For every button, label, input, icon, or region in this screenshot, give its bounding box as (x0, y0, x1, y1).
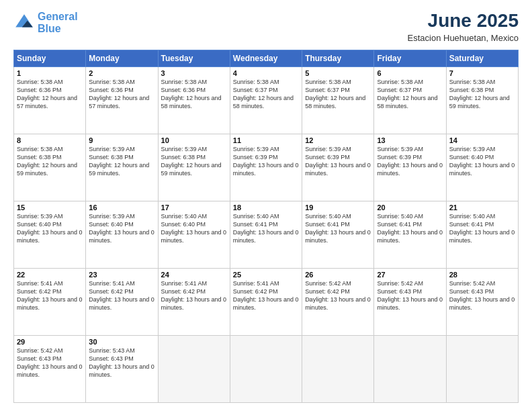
day-info: Sunrise: 5:39 AM Sunset: 6:38 PM Dayligh… (161, 145, 227, 178)
day-number: 17 (161, 203, 227, 212)
day-info: Sunrise: 5:38 AM Sunset: 6:36 PM Dayligh… (161, 78, 227, 111)
day-cell: 19 Sunrise: 5:40 AM Sunset: 6:41 PM Dayl… (302, 201, 374, 268)
logo-text: General Blue (38, 11, 78, 34)
day-cell: 8 Sunrise: 5:38 AM Sunset: 6:38 PM Dayli… (14, 134, 86, 201)
day-number: 12 (305, 136, 371, 144)
day-number: 5 (305, 69, 371, 77)
day-number: 6 (377, 69, 443, 77)
day-cell: 30 Sunrise: 5:43 AM Sunset: 6:43 PM Dayl… (86, 335, 158, 402)
empty-cell (158, 335, 230, 402)
day-cell: 3 Sunrise: 5:38 AM Sunset: 6:36 PM Dayli… (158, 66, 230, 134)
day-cell: 21 Sunrise: 5:40 AM Sunset: 6:41 PM Dayl… (446, 201, 518, 268)
logo-blue: Blue (38, 23, 61, 34)
empty-cell (302, 335, 374, 402)
calendar-body: 1 Sunrise: 5:38 AM Sunset: 6:36 PM Dayli… (14, 66, 519, 402)
day-info: Sunrise: 5:43 AM Sunset: 6:43 PM Dayligh… (89, 347, 154, 379)
day-number: 9 (89, 136, 154, 144)
day-cell: 10 Sunrise: 5:39 AM Sunset: 6:38 PM Dayl… (158, 134, 230, 201)
day-number: 10 (161, 136, 227, 144)
day-number: 4 (233, 69, 299, 77)
calendar-week: 15 Sunrise: 5:39 AM Sunset: 6:40 PM Dayl… (14, 201, 519, 268)
day-number: 26 (305, 271, 371, 279)
day-cell: 6 Sunrise: 5:38 AM Sunset: 6:37 PM Dayli… (374, 66, 446, 134)
day-info: Sunrise: 5:41 AM Sunset: 6:42 PM Dayligh… (17, 279, 83, 312)
page: General Blue June 2025 Estacion Huehueta… (0, 0, 532, 411)
day-number: 13 (377, 136, 443, 144)
day-number: 1 (17, 69, 83, 77)
empty-cell (374, 335, 446, 402)
day-info: Sunrise: 5:38 AM Sunset: 6:37 PM Dayligh… (305, 78, 371, 111)
day-number: 14 (449, 136, 515, 144)
day-cell: 16 Sunrise: 5:39 AM Sunset: 6:40 PM Dayl… (86, 201, 158, 268)
day-number: 2 (89, 69, 154, 77)
header-monday: Monday (86, 50, 158, 66)
day-cell: 15 Sunrise: 5:39 AM Sunset: 6:40 PM Dayl… (14, 201, 86, 268)
day-info: Sunrise: 5:38 AM Sunset: 6:36 PM Dayligh… (17, 78, 83, 111)
day-number: 7 (449, 69, 515, 77)
day-cell: 12 Sunrise: 5:39 AM Sunset: 6:39 PM Dayl… (302, 134, 374, 201)
month-year: June 2025 (408, 11, 519, 32)
day-header-row: Sunday Monday Tuesday Wednesday Thursday… (14, 50, 519, 66)
day-info: Sunrise: 5:40 AM Sunset: 6:41 PM Dayligh… (449, 212, 515, 245)
day-info: Sunrise: 5:40 AM Sunset: 6:41 PM Dayligh… (305, 212, 371, 245)
day-info: Sunrise: 5:40 AM Sunset: 6:41 PM Dayligh… (233, 212, 299, 245)
calendar: Sunday Monday Tuesday Wednesday Thursday… (13, 50, 519, 403)
day-info: Sunrise: 5:41 AM Sunset: 6:42 PM Dayligh… (89, 279, 154, 312)
day-info: Sunrise: 5:40 AM Sunset: 6:41 PM Dayligh… (377, 212, 443, 245)
day-info: Sunrise: 5:38 AM Sunset: 6:37 PM Dayligh… (377, 78, 443, 111)
day-number: 3 (161, 69, 227, 77)
day-number: 24 (161, 271, 227, 279)
day-number: 8 (17, 136, 83, 144)
calendar-week: 1 Sunrise: 5:38 AM Sunset: 6:36 PM Dayli… (14, 66, 519, 134)
calendar-week: 29 Sunrise: 5:42 AM Sunset: 6:43 PM Dayl… (14, 335, 519, 402)
title-block: June 2025 Estacion Huehuetan, Mexico (408, 11, 519, 43)
day-number: 19 (305, 203, 371, 212)
header-friday: Friday (374, 50, 446, 66)
empty-cell (446, 335, 518, 402)
day-number: 29 (17, 338, 83, 346)
logo: General Blue (13, 11, 78, 34)
day-cell: 28 Sunrise: 5:42 AM Sunset: 6:43 PM Dayl… (446, 268, 518, 335)
day-info: Sunrise: 5:41 AM Sunset: 6:42 PM Dayligh… (233, 279, 299, 312)
day-cell: 29 Sunrise: 5:42 AM Sunset: 6:43 PM Dayl… (14, 335, 86, 402)
location: Estacion Huehuetan, Mexico (408, 33, 519, 43)
day-cell: 4 Sunrise: 5:38 AM Sunset: 6:37 PM Dayli… (230, 66, 302, 134)
header-saturday: Saturday (446, 50, 518, 66)
day-info: Sunrise: 5:41 AM Sunset: 6:42 PM Dayligh… (161, 279, 227, 312)
day-number: 15 (17, 203, 83, 212)
day-cell: 26 Sunrise: 5:42 AM Sunset: 6:42 PM Dayl… (302, 268, 374, 335)
day-cell: 1 Sunrise: 5:38 AM Sunset: 6:36 PM Dayli… (14, 66, 86, 134)
day-cell: 9 Sunrise: 5:39 AM Sunset: 6:38 PM Dayli… (86, 134, 158, 201)
day-info: Sunrise: 5:39 AM Sunset: 6:39 PM Dayligh… (305, 145, 371, 178)
day-cell: 7 Sunrise: 5:38 AM Sunset: 6:38 PM Dayli… (446, 66, 518, 134)
day-number: 18 (233, 203, 299, 212)
day-number: 20 (377, 203, 443, 212)
logo-general: General (38, 11, 78, 22)
day-info: Sunrise: 5:38 AM Sunset: 6:38 PM Dayligh… (17, 145, 83, 178)
day-number: 23 (89, 271, 154, 279)
day-info: Sunrise: 5:39 AM Sunset: 6:40 PM Dayligh… (17, 212, 83, 245)
day-number: 16 (89, 203, 154, 212)
day-number: 27 (377, 271, 443, 279)
calendar-header: Sunday Monday Tuesday Wednesday Thursday… (14, 50, 519, 66)
day-cell: 18 Sunrise: 5:40 AM Sunset: 6:41 PM Dayl… (230, 201, 302, 268)
day-number: 30 (89, 338, 154, 346)
day-info: Sunrise: 5:38 AM Sunset: 6:38 PM Dayligh… (449, 78, 515, 111)
day-cell: 2 Sunrise: 5:38 AM Sunset: 6:36 PM Dayli… (86, 66, 158, 134)
header-tuesday: Tuesday (158, 50, 230, 66)
day-number: 22 (17, 271, 83, 279)
day-cell: 22 Sunrise: 5:41 AM Sunset: 6:42 PM Dayl… (14, 268, 86, 335)
day-info: Sunrise: 5:42 AM Sunset: 6:43 PM Dayligh… (17, 347, 83, 379)
header-thursday: Thursday (302, 50, 374, 66)
day-cell: 25 Sunrise: 5:41 AM Sunset: 6:42 PM Dayl… (230, 268, 302, 335)
day-number: 25 (233, 271, 299, 279)
day-number: 21 (449, 203, 515, 212)
day-cell: 13 Sunrise: 5:39 AM Sunset: 6:39 PM Dayl… (374, 134, 446, 201)
day-cell: 17 Sunrise: 5:40 AM Sunset: 6:40 PM Dayl… (158, 201, 230, 268)
day-number: 28 (449, 271, 515, 279)
day-number: 11 (233, 136, 299, 144)
day-info: Sunrise: 5:40 AM Sunset: 6:40 PM Dayligh… (161, 212, 227, 245)
day-cell: 23 Sunrise: 5:41 AM Sunset: 6:42 PM Dayl… (86, 268, 158, 335)
day-cell: 27 Sunrise: 5:42 AM Sunset: 6:43 PM Dayl… (374, 268, 446, 335)
header-wednesday: Wednesday (230, 50, 302, 66)
